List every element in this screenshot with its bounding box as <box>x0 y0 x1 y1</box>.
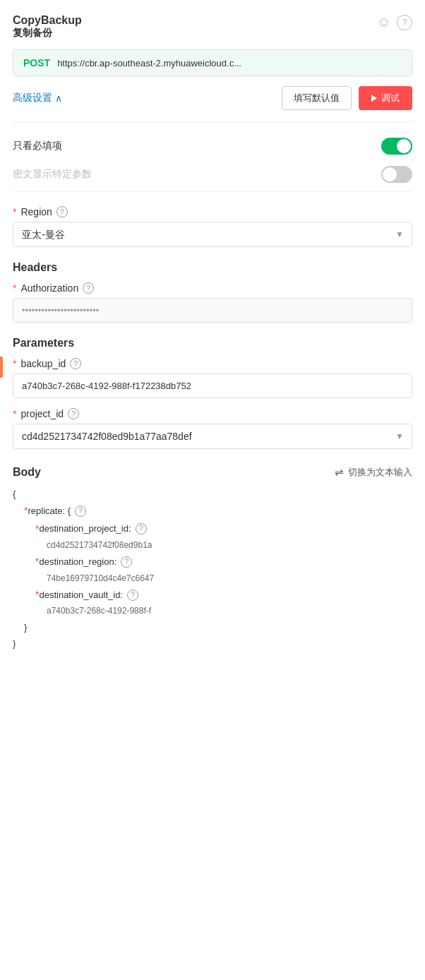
required-star-region: * <box>13 206 16 217</box>
secret-toggle[interactable] <box>381 166 412 183</box>
region-select-wrapper: 亚太-曼谷 ▼ <box>13 222 412 247</box>
project-id-label: * project_id ? <box>13 408 412 419</box>
code-line-open-brace: { <box>13 486 412 502</box>
required-only-label: 只看必填项 <box>13 140 62 153</box>
title-block: CopyBackup 复制备份 <box>13 14 82 40</box>
authorization-label: * Authorization ? <box>13 282 412 294</box>
project-id-help-icon[interactable]: ? <box>68 408 79 419</box>
backup-id-label: * backup_id ? <box>13 358 412 369</box>
secret-row: 密文显示特定参数 <box>13 160 412 189</box>
region-label-text: Region <box>20 206 52 217</box>
page-title-sub: 复制备份 <box>13 27 82 40</box>
toggle-knob-2 <box>383 167 397 181</box>
http-method: POST <box>23 57 50 68</box>
dest-region-help-icon[interactable]: ? <box>121 556 132 568</box>
code-line-dest-project: * destination_project_id: ? <box>13 520 412 538</box>
dest-project-help-icon[interactable]: ? <box>136 523 147 534</box>
code-line-dest-region: * destination_region: ? <box>13 553 412 570</box>
code-line-replicate: * replicate: { ? <box>13 502 412 520</box>
advanced-arrow: ∧ <box>55 92 62 104</box>
required-star-backup: * <box>13 358 16 369</box>
parameters-section: Parameters * backup_id ? * project_id ? … <box>13 337 412 449</box>
authorization-help-icon[interactable]: ? <box>83 282 94 294</box>
backup-id-help-icon[interactable]: ? <box>70 358 81 369</box>
body-code-block: { * replicate: { ? * destination_project… <box>13 486 412 652</box>
divider-2 <box>13 191 412 192</box>
required-only-row: 只看必填项 <box>13 132 412 160</box>
play-icon <box>371 95 377 102</box>
advanced-settings-toggle[interactable]: 高级设置 ∧ <box>13 92 62 104</box>
code-line-dest-vault: * destination_vault_id: ? <box>13 586 412 604</box>
required-only-toggle[interactable] <box>381 138 412 155</box>
secret-label: 密文显示特定参数 <box>13 168 92 181</box>
headers-title: Headers <box>13 261 412 274</box>
toggle-knob <box>397 139 411 153</box>
code-line-close-inner: } <box>13 619 412 635</box>
code-line-dest-project-value: cd4d2521734742f08ed9b1a <box>13 538 412 554</box>
headers-section: Headers * Authorization ? <box>13 261 412 323</box>
code-line-dest-region-value: 74be16979710d4c4e7c6647 <box>13 571 412 587</box>
page-header: CopyBackup 复制备份 ☺ ? <box>13 14 412 40</box>
project-id-label-text: project_id <box>20 408 64 419</box>
smiley-icon[interactable]: ☺ <box>377 14 391 30</box>
required-star-project: * <box>13 408 16 419</box>
region-help-icon[interactable]: ? <box>56 206 68 217</box>
switch-label: 切换为文本输入 <box>348 466 412 479</box>
code-line-close-outer: } <box>13 635 412 652</box>
header-icons: ☺ ? <box>377 14 412 30</box>
url-bar: POST https://cbr.ap-southeast-2.myhuawei… <box>13 49 412 76</box>
required-star-auth: * <box>13 282 16 294</box>
run-button[interactable]: 调试 <box>359 86 412 110</box>
region-section: * Region ? 亚太-曼谷 ▼ <box>13 206 412 247</box>
body-section: Body ⇌ 切换为文本输入 { * replicate: { ? * dest… <box>13 466 412 652</box>
body-title: Body <box>13 466 41 479</box>
backup-id-label-text: backup_id <box>20 358 66 369</box>
region-select[interactable]: 亚太-曼谷 <box>13 222 412 247</box>
advanced-row: 高级设置 ∧ 填写默认值 调试 <box>13 86 412 110</box>
action-buttons: 填写默认值 调试 <box>282 86 412 110</box>
advanced-label: 高级设置 <box>13 92 52 104</box>
divider-1 <box>13 121 412 122</box>
api-url: https://cbr.ap-southeast-2.myhuaweicloud… <box>57 58 241 68</box>
parameters-title: Parameters <box>13 337 412 349</box>
body-header: Body ⇌ 切换为文本输入 <box>13 466 412 479</box>
fill-default-button[interactable]: 填写默认值 <box>282 86 352 110</box>
switch-to-text-button[interactable]: ⇌ 切换为文本输入 <box>335 466 412 479</box>
project-id-select[interactable]: cd4d2521734742f08ed9b1a77aa78def <box>13 424 412 449</box>
project-id-select-wrapper: cd4d2521734742f08ed9b1a77aa78def ▼ <box>13 424 412 449</box>
help-icon[interactable]: ? <box>397 15 412 30</box>
replicate-help-icon[interactable]: ? <box>75 506 86 517</box>
region-label: * Region ? <box>13 206 412 217</box>
run-label: 调试 <box>381 92 400 104</box>
switch-icon: ⇌ <box>335 466 344 479</box>
code-line-dest-vault-value: a740b3c7-268c-4192-988f-f <box>13 604 412 619</box>
authorization-input[interactable] <box>13 298 412 323</box>
left-accent <box>0 357 3 378</box>
page-title-main: CopyBackup <box>13 14 82 27</box>
dest-vault-help-icon[interactable]: ? <box>127 590 138 601</box>
backup-id-input[interactable] <box>13 374 412 398</box>
authorization-label-text: Authorization <box>20 282 78 294</box>
